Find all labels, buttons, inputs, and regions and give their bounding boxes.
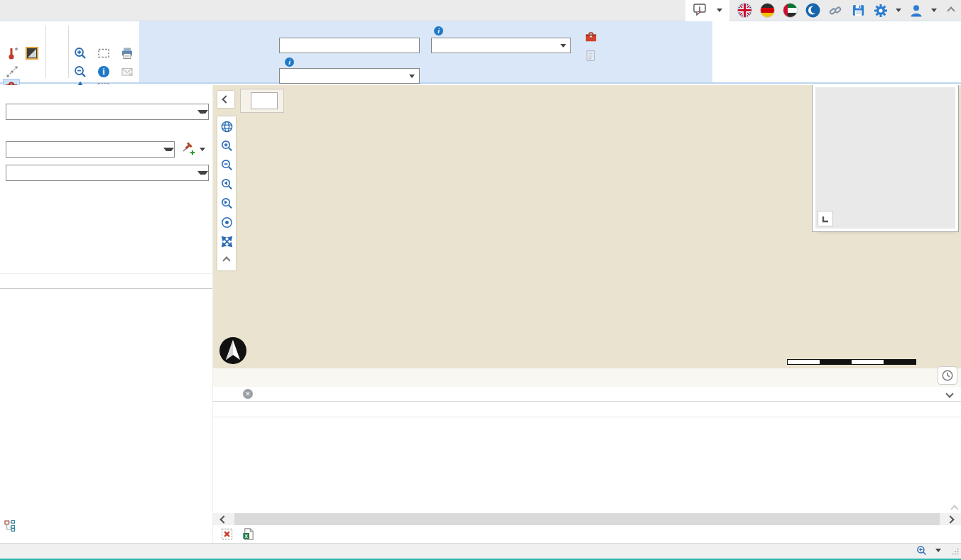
view-select[interactable] — [6, 104, 209, 120]
language-english-flag-icon[interactable] — [737, 3, 752, 18]
municipality-label: i — [279, 57, 294, 67]
close-results-icon[interactable]: ✕ — [243, 389, 253, 399]
horizontal-scrollbar[interactable] — [213, 513, 961, 525]
north-arrow-icon — [219, 336, 247, 367]
print-icon[interactable] — [119, 45, 135, 61]
geoprocessing-messages-button — [585, 50, 602, 62]
rectangle-select-icon[interactable] — [96, 45, 112, 61]
scroll-left-icon[interactable] — [213, 513, 234, 525]
zoom-menu-chevron-icon — [935, 549, 941, 552]
zoom-magnifier-icon — [916, 545, 927, 556]
sidebar-tabs — [0, 273, 212, 289]
save-icon[interactable] — [850, 3, 866, 18]
geoprocessing-start-button[interactable] — [585, 31, 602, 43]
date-label: i — [431, 26, 443, 35]
language-crescent-icon[interactable] — [805, 3, 820, 18]
zoom-out-icon[interactable] — [72, 64, 88, 79]
i-want-to-search — [240, 89, 284, 113]
municipality-select[interactable] — [279, 68, 420, 84]
date-select[interactable] — [431, 38, 571, 53]
overview-globe-icon[interactable] — [219, 119, 234, 133]
mode-tree-icon — [4, 520, 16, 532]
measure-temperature-icon[interactable] — [4, 45, 20, 61]
scale-select[interactable] — [6, 165, 209, 181]
coordinate-status — [213, 368, 961, 387]
settings-gear-icon[interactable] — [873, 3, 889, 18]
sidebar-collapse-button[interactable] — [217, 91, 234, 108]
browser-zoom-control[interactable] — [916, 545, 941, 556]
next-extent-icon[interactable] — [219, 196, 234, 210]
switch-mode-button[interactable] — [4, 520, 21, 532]
municipality-info-icon[interactable]: i — [285, 57, 294, 67]
tab-themenergebnis[interactable]: ✕ — [237, 389, 253, 399]
app-status-bar — [0, 543, 961, 560]
toolbox-icon — [585, 31, 597, 43]
zoom-in-icon[interactable] — [72, 45, 88, 61]
map-extents-select[interactable] — [6, 141, 175, 158]
results-panel: ✕ X — [213, 387, 961, 543]
ribbon-separator — [68, 26, 69, 78]
ribbon: i i i — [0, 21, 961, 84]
language-german-flag-icon[interactable] — [759, 3, 775, 18]
export-excel-icon[interactable]: X — [241, 527, 255, 542]
result-list-title — [213, 402, 961, 417]
i-want-to-input[interactable] — [251, 92, 278, 109]
language-arabic-flag-icon[interactable] — [782, 3, 798, 18]
zoom-out-icon[interactable] — [219, 158, 234, 172]
swipe-layer-icon[interactable] — [24, 45, 40, 61]
add-bookmark-pin-icon[interactable] — [179, 141, 195, 159]
scroll-up-icon[interactable] — [950, 505, 958, 512]
chevron-down-icon — [717, 9, 722, 12]
previous-extent-icon[interactable] — [219, 177, 234, 191]
scale-bar — [787, 358, 916, 365]
toolbar-collapse-up-icon[interactable] — [219, 253, 234, 268]
minimap-collapse-icon[interactable] — [818, 211, 833, 226]
settings-chevron-icon[interactable] — [896, 9, 901, 12]
svg-text:X: X — [244, 534, 248, 539]
scrollbar-track[interactable] — [234, 513, 940, 525]
visible-themes-button[interactable]: i — [685, 0, 729, 21]
user-chevron-icon[interactable] — [931, 9, 937, 12]
results-footer: X — [213, 525, 961, 543]
resize-grip[interactable] — [952, 547, 959, 557]
sketch-measure-icon[interactable] — [4, 64, 20, 79]
calc-table-input[interactable] — [279, 38, 420, 53]
locate-icon[interactable] — [219, 215, 234, 229]
send-mail-icon[interactable] — [119, 64, 135, 79]
left-sidebar — [0, 85, 213, 543]
menu-bar: i — [0, 0, 961, 21]
user-icon[interactable] — [908, 3, 924, 18]
svg-text:i: i — [699, 5, 701, 12]
results-tab-row: ✕ — [213, 387, 961, 402]
ribbon-separator — [45, 26, 46, 78]
speech-bubble-info-icon: i — [693, 2, 707, 18]
clear-result-icon[interactable] — [219, 527, 234, 542]
share-link-icon[interactable] — [827, 3, 843, 18]
overview-minimap[interactable] — [815, 87, 955, 229]
bookmark-menu-chevron-icon[interactable] — [200, 148, 205, 151]
map-viewport[interactable] — [213, 85, 961, 387]
panel-collapse-chevron-icon[interactable] — [945, 390, 953, 397]
collapse-toolbar-icon[interactable] — [947, 6, 955, 14]
identify-info-icon[interactable]: i — [96, 64, 112, 79]
date-info-icon[interactable]: i — [434, 26, 443, 35]
messages-document-icon — [585, 50, 597, 62]
menu-bar-right: i — [0, 0, 961, 21]
zoom-in-icon[interactable] — [219, 138, 234, 153]
results-table-area — [213, 417, 961, 513]
time-slider-clock-icon[interactable] — [938, 366, 957, 385]
full-extent-icon[interactable] — [219, 234, 234, 248]
map-toolbar — [217, 116, 236, 270]
tool-parameter-panel: i i — [139, 21, 712, 82]
app-window: { "menu": { "items": ["NAVIGATION", "SEL… — [0, 0, 961, 560]
scroll-right-icon[interactable] — [940, 513, 961, 525]
